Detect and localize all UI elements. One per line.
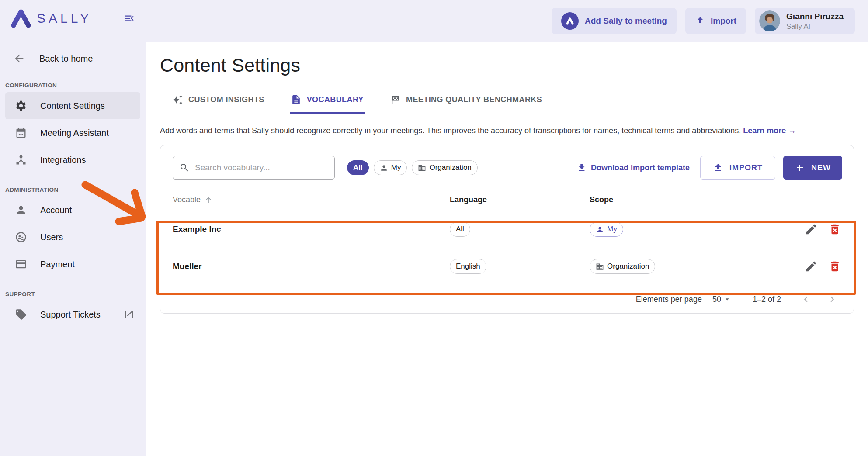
sidebar-item-support-tickets[interactable]: Support Tickets [5,301,140,328]
top-bar: Add Sally to meeting Import Gianni Piruz… [146,0,868,42]
sidebar-item-account[interactable]: Account [5,197,140,224]
section-label-administration: ADMINISTRATION [0,173,146,197]
per-page-select[interactable]: 50 [712,295,732,304]
next-page-icon[interactable] [826,294,838,305]
edit-icon[interactable] [805,223,818,236]
tag-icon [15,308,27,321]
table-row: Mueller English Organization [160,248,854,285]
filter-label: My [391,163,401,172]
back-to-home-label: Back to home [39,54,93,64]
sidebar-item-label: Integrations [40,155,86,165]
sidebar-item-label: Content Settings [40,101,105,111]
delete-icon[interactable] [828,260,841,273]
back-to-home-button[interactable]: Back to home [0,34,146,69]
upload-icon [713,162,723,173]
tab-bar: CUSTOM INSIGHTS VOCABULARY MEETING QUALI… [160,89,854,114]
page-description: Add words and terms that Sally should re… [160,126,854,135]
tab-label: CUSTOM INSIGHTS [188,95,264,104]
user-name: Gianni Piruzza [786,11,844,22]
edit-icon[interactable] [805,260,818,273]
filter-label: All [353,163,363,172]
sidebar-item-label: Meeting Assistant [40,128,109,138]
scope-label: Organization [607,262,649,271]
learn-more-link[interactable]: Learn more → [743,126,796,135]
import-header-button[interactable]: Import [685,8,746,34]
per-page-value: 50 [712,295,721,304]
sidebar-collapse-icon[interactable] [122,11,137,26]
calendar-icon [15,127,27,139]
app-window: SALLY Back to home CONFIGURATION Content… [0,0,868,456]
logo-row: SALLY [0,0,146,34]
section-label-configuration: CONFIGURATION [0,69,146,92]
sidebar-item-label: Payment [40,259,75,269]
sidebar-item-payment[interactable]: Payment [5,251,140,278]
new-label: NEW [811,163,831,173]
filter-my[interactable]: My [374,160,407,175]
column-header-language: Language [450,195,590,204]
language-badge: All [450,222,470,237]
column-header-scope: Scope [590,195,767,204]
delete-icon[interactable] [828,223,841,236]
brand-name: SALLY [37,11,92,26]
user-subtitle: Sally AI [786,22,844,31]
language-label: English [456,262,480,271]
scope-label: My [607,225,617,234]
sidebar-item-label: Support Tickets [40,310,101,320]
download-label: Download import template [591,163,690,173]
tab-custom-insights[interactable]: CUSTOM INSIGHTS [171,89,265,114]
filter-organization[interactable]: Organization [412,160,477,175]
open-in-new-icon [124,309,134,320]
user-menu[interactable]: Gianni Piruzza Sally AI [755,8,855,34]
page-range: 1–2 of 2 [753,295,781,304]
person-icon [380,164,388,172]
person-icon [15,204,27,216]
filter-all[interactable]: All [347,160,369,175]
vocable-cell: Example Inc [173,225,450,234]
sidebar-item-label: Users [40,232,63,242]
import-label: IMPORT [729,163,763,173]
arrow-left-icon [13,52,25,65]
sally-logo-icon [10,9,31,28]
add-sally-to-meeting-button[interactable]: Add Sally to meeting [552,8,677,34]
sidebar: SALLY Back to home CONFIGURATION Content… [0,0,146,456]
language-badge: English [450,259,486,274]
new-button[interactable]: NEW [783,156,842,180]
sidebar-item-content-settings[interactable]: Content Settings [5,92,140,119]
sparkles-icon [172,94,183,105]
avatar [759,10,780,31]
gear-icon [15,100,27,112]
sidebar-item-integrations[interactable]: Integrations [5,146,140,173]
sidebar-item-users[interactable]: Users [5,224,140,251]
chevron-down-icon [723,295,732,304]
tab-meeting-quality-benchmarks[interactable]: MEETING QUALITY BENCHMARKS [389,89,543,114]
description-text: Add words and terms that Sally should re… [160,126,741,135]
credit-card-icon [15,258,27,270]
building-icon [418,164,426,172]
vocable-cell: Mueller [173,262,450,271]
filter-label: Organization [429,163,471,172]
import-button[interactable]: IMPORT [700,156,775,180]
vocabulary-toolbar: All My Organization Download imp [160,145,854,189]
document-icon [291,94,302,105]
tab-label: VOCABULARY [307,95,364,104]
sidebar-item-label: Account [40,205,72,215]
sidebar-item-meeting-assistant[interactable]: Meeting Assistant [5,119,140,146]
previous-page-icon[interactable] [800,294,812,305]
column-label: Vocable [173,195,201,204]
tab-vocabulary[interactable]: VOCABULARY [290,89,365,114]
content-area: Content Settings CUSTOM INSIGHTS VOCABUL… [146,42,868,456]
search-icon [179,162,190,173]
table-row: Example Inc All My [160,211,854,248]
per-page-label: Elements per page [636,295,702,304]
building-icon [596,263,604,271]
search-input[interactable] [195,163,328,173]
table-header: Vocable Language Scope [160,189,854,211]
download-icon [577,163,587,173]
upload-icon [695,16,705,26]
language-label: All [456,225,464,234]
hub-icon [15,154,27,166]
download-import-template-link[interactable]: Download import template [577,163,690,173]
column-header-vocable[interactable]: Vocable [173,195,450,204]
pagination: Elements per page 50 1–2 of 2 [160,285,854,313]
section-label-support: SUPPORT [0,278,146,301]
